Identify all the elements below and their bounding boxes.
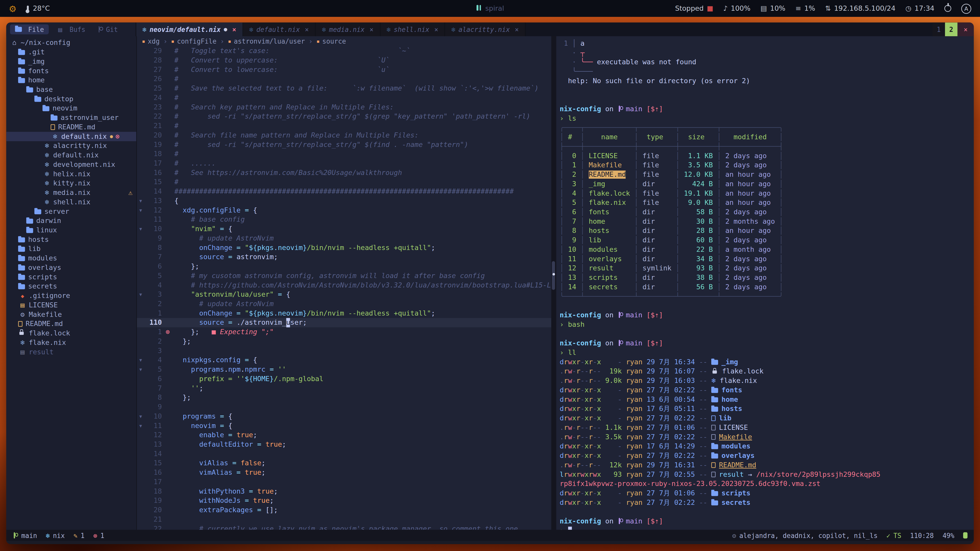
tree-item-_img[interactable]: _img [6, 57, 136, 66]
editor-line[interactable]: 25# Save the selected text to a file: `:… [137, 84, 551, 93]
editor-line[interactable]: ▾11 neovim = { [137, 421, 551, 430]
error-count[interactable]: ⊗1 [94, 532, 104, 539]
buffer-tab-shell.nix[interactable]: ❄shell.nix× [380, 22, 445, 36]
breadcrumb-item-configFile[interactable]: ▪configFile [171, 38, 216, 45]
editor-line[interactable]: 2 # update AstroNvim [137, 299, 551, 309]
tree-item-home[interactable]: home [6, 76, 136, 85]
editor-line[interactable]: ▾12 xdg.configFile = { [137, 206, 551, 215]
buffer-tab-alacritty.nix[interactable]: ❄alacritty.nix× [445, 22, 526, 36]
close-window-button[interactable]: × [958, 22, 974, 36]
editor-line[interactable]: 2 }; [137, 337, 551, 346]
editor-line[interactable]: ▾10 "nvim" = { [137, 224, 551, 233]
tree-item-default.nix[interactable]: default.nix [6, 151, 136, 160]
editor-line[interactable]: ▾4 nixpkgs.config = { [137, 355, 551, 365]
breadcrumb-item-source[interactable]: ▪source [317, 38, 346, 45]
editor-line[interactable]: 14 [137, 449, 551, 459]
cpu-widget[interactable]: ≡1% [795, 4, 815, 13]
editor-buffer[interactable]: 29# Toggle text's case: `~` 28# Convert … [137, 46, 551, 530]
fold-icon[interactable]: ▾ [137, 412, 144, 421]
tree-item-astronvim_user[interactable]: astronvim_user [6, 113, 136, 122]
tree-item-result[interactable]: result [6, 348, 136, 357]
tree-item-kitty.nix[interactable]: kitty.nix [6, 179, 136, 188]
editor-line[interactable]: 19 withNodeJs = true; [137, 496, 551, 505]
tree-item-alacritty.nix[interactable]: alacritty.nix [6, 141, 136, 151]
editor-line[interactable]: 12 enable = true; [137, 430, 551, 440]
modified-count[interactable]: ✎1 [73, 532, 84, 539]
tree-item-neovim[interactable]: neovim [6, 104, 136, 113]
fold-icon[interactable]: ▾ [137, 421, 144, 430]
editor-scrollbar[interactable] [551, 36, 556, 530]
tree-item-linux[interactable]: linux [6, 225, 136, 235]
tree-item-.git[interactable]: .git [6, 48, 136, 57]
tree-item-development.nix[interactable]: development.nix [6, 160, 136, 169]
tree-source-tab-git[interactable]: Git [92, 24, 123, 35]
editor-line[interactable]: ▾13{ [137, 196, 551, 206]
tree-item-secrets[interactable]: secrets [6, 282, 136, 291]
breadcrumb-item-xdg[interactable]: ▪xdg [142, 38, 160, 45]
fold-icon[interactable]: ▾ [137, 290, 144, 299]
editor-line[interactable]: 14######################################… [137, 187, 551, 196]
tree-item-base[interactable]: base [6, 85, 136, 94]
tree-item-darwin[interactable]: darwin [6, 216, 136, 225]
editor-line[interactable]: 8 }; [137, 393, 551, 402]
editor-line[interactable]: 21# [137, 121, 551, 130]
fold-icon[interactable]: ▾ [137, 206, 144, 215]
tree-item-scripts[interactable]: scripts [6, 272, 136, 282]
close-buffer-button[interactable]: × [369, 25, 373, 33]
editor-line[interactable]: 13 defaultEditor = true; [137, 440, 551, 449]
editor-line[interactable]: 22# sed -ri "s/pattern_str/replace_str/g… [137, 112, 551, 121]
media-widget[interactable]: spiral [476, 4, 504, 13]
editor-line[interactable]: 6 }; [137, 262, 551, 271]
tree-item-lib[interactable]: lib [6, 245, 136, 254]
editor-line[interactable]: 17 [137, 477, 551, 487]
close-buffer-button[interactable]: × [434, 25, 438, 33]
editor-line[interactable]: 1 onChange = "${pkgs.neovim}/bin/nvim --… [137, 309, 551, 318]
tree-item-flake.lock[interactable]: flake.lock [6, 329, 136, 338]
editor-line[interactable]: 27# Convert to lowercase: `u` [137, 65, 551, 75]
editor-line[interactable]: ▾10 programs = { [137, 412, 551, 421]
fold-icon[interactable]: ▾ [137, 365, 144, 374]
tree-item-~/nix-config[interactable]: ~/nix-config [6, 38, 136, 48]
editor-line[interactable]: 26# [137, 74, 551, 84]
terminal-pane[interactable]: 1 │ a · ┬ · ╰── executable was not found… [556, 36, 974, 530]
tree-item-Makefile[interactable]: Makefile [6, 310, 136, 319]
editor-line[interactable]: 29# Toggle text's case: `~` [137, 46, 551, 56]
keyboard-layout[interactable]: A [961, 3, 971, 13]
tree-item-README.md[interactable]: README.md [6, 122, 136, 132]
editor-line[interactable]: ▾3 "astronvim/lua/user" = { [137, 290, 551, 299]
editor-line[interactable]: 1⊗ }; ■ Expecting ";" [137, 327, 551, 337]
tree-item-desktop[interactable]: desktop [6, 94, 136, 104]
tree-item-LICENSE[interactable]: LICENSE [6, 300, 136, 310]
tree-item-hosts[interactable]: hosts [6, 235, 136, 245]
editor-line[interactable]: 3 [137, 346, 551, 356]
buffer-tab-neovim/default.nix[interactable]: ❄neovim/default.nix●× [136, 22, 243, 36]
tree-item-overlays[interactable]: overlays [6, 263, 136, 272]
tabpage-2[interactable]: 2 [945, 22, 958, 36]
editor-line[interactable]: 7 ''; [137, 384, 551, 393]
tree-item-shell.nix[interactable]: shell.nix [6, 197, 136, 207]
clock-widget[interactable]: ◷17:34 [905, 4, 934, 13]
editor-line[interactable]: 20 extraPackages = []; [137, 505, 551, 515]
editor-line[interactable]: 5 # my cusotom astronvim config, astronv… [137, 271, 551, 281]
tree-item-flake.nix[interactable]: flake.nix [6, 338, 136, 348]
fold-icon[interactable]: ▾ [137, 224, 144, 233]
disk-widget[interactable]: ▤10% [760, 4, 786, 13]
editor-line[interactable]: 18# [137, 149, 551, 159]
buffer-tab-default.nix[interactable]: ❄default.nix× [243, 22, 316, 36]
tree-item-.gitignore[interactable]: .gitignore [6, 291, 136, 300]
recording-status[interactable]: Stopped■ [675, 4, 713, 13]
tree-item-server[interactable]: server [6, 207, 136, 216]
close-buffer-button[interactable]: × [232, 25, 236, 33]
editor-line[interactable]: 16 vimAlias = true; [137, 468, 551, 477]
power-button[interactable] [944, 5, 951, 12]
tree-item-README.md[interactable]: README.md [6, 319, 136, 329]
editor-line[interactable]: 24# [137, 93, 551, 103]
editor-line[interactable]: 4 # https://github.com/AstroNvim/AstroNv… [137, 281, 551, 290]
editor-line[interactable]: 28# Convert to uppercase: `U` [137, 56, 551, 65]
tree-source-tab-bufs[interactable]: Bufs [51, 24, 90, 35]
volume-widget[interactable]: ♪100% [723, 4, 750, 13]
editor-line[interactable]: 11 # base config [137, 215, 551, 224]
editor-line[interactable]: 9 # update AstroNvim [137, 233, 551, 243]
fold-icon[interactable]: ▾ [137, 355, 144, 365]
editor-line[interactable]: 8 onChange = "${pkgs.neovim}/bin/nvim --… [137, 243, 551, 252]
